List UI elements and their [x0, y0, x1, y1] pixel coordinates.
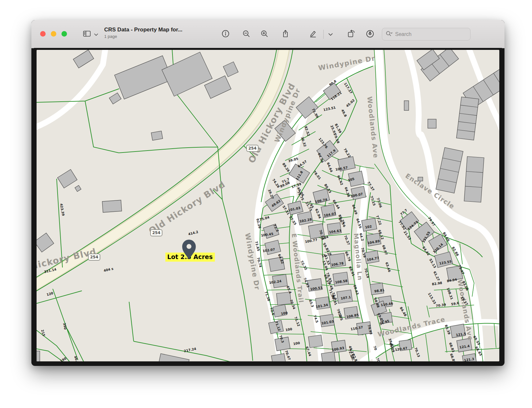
parcel-dimension: 77.22 — [375, 215, 382, 226]
building — [308, 335, 323, 347]
sidebar-button[interactable] — [81, 28, 94, 41]
sidebar-menu-button[interactable] — [93, 28, 99, 41]
zoom-out-button[interactable] — [240, 28, 253, 41]
building — [102, 200, 122, 212]
parcel-dimension: 100 — [293, 341, 300, 346]
parcel-dimension: 45.02 — [345, 98, 355, 108]
parcel-dimension: 390 — [62, 323, 67, 330]
building — [271, 354, 286, 361]
search-field[interactable]: Search — [382, 28, 471, 40]
parcel-dimension: 68.88 — [449, 353, 456, 361]
highlight-button[interactable] — [363, 28, 376, 41]
building — [436, 147, 463, 193]
property-map: Old Hickory BlvdOld Hickory BlvdOld Hick… — [37, 50, 499, 361]
page-count: 1 page — [104, 34, 183, 39]
markup-options-button[interactable] — [326, 28, 335, 41]
parcel-dimension: 62.94 — [315, 208, 322, 219]
parcel-dimension: 82.52 — [304, 126, 310, 137]
parcel-dimension: 100 — [285, 327, 293, 332]
building — [464, 156, 484, 202]
zoom-in-icon — [260, 29, 269, 39]
parcel-dimension: 100.77 — [305, 238, 317, 244]
parcel-dimension: 79.58 — [333, 133, 340, 144]
street-label: Windypine Dr — [318, 54, 376, 72]
building — [115, 56, 172, 99]
parcel-dimension: 71.12 — [294, 316, 301, 327]
parcel-dimension: 69.91 — [348, 266, 355, 277]
parcel-dimension: 117.37 — [343, 82, 353, 95]
parcel-dimension: 74.28 — [272, 178, 280, 188]
parcel-dimension: 70.19 — [364, 267, 370, 278]
building — [37, 351, 40, 361]
route-shield-254: 254 — [150, 230, 162, 236]
parcel-dimension: 64.38 — [344, 187, 350, 198]
minimize-button[interactable] — [51, 31, 56, 37]
building — [456, 97, 479, 140]
building — [162, 52, 212, 96]
zoom-out-icon — [242, 29, 250, 39]
title-block: CRS Data - Property Map for... 1 page — [104, 27, 183, 39]
parcel-dimension: 64.64 — [326, 162, 333, 173]
title-bar: CRS Data - Property Map for... 1 page — [31, 20, 504, 48]
route-shield-254: 254 — [247, 145, 258, 152]
building — [75, 185, 81, 191]
building — [321, 352, 336, 361]
parcel-dimension: 70.13 — [414, 347, 421, 358]
building — [151, 131, 163, 140]
building — [223, 62, 238, 77]
parcel-dimension: 77.15 — [370, 195, 376, 206]
sidebar-icon — [83, 30, 91, 39]
parcel-dimension: 64.42 — [337, 175, 344, 186]
info-button[interactable] — [219, 28, 232, 41]
toolbar-divider — [323, 30, 324, 39]
document-view[interactable]: Old Hickory BlvdOld Hickory BlvdOld Hick… — [34, 48, 502, 363]
zoom-window-button[interactable] — [61, 31, 67, 37]
building — [265, 240, 281, 255]
building — [73, 50, 94, 68]
close-button[interactable] — [40, 31, 46, 37]
pen-nib-circle-icon — [366, 29, 374, 40]
share-button[interactable] — [279, 28, 292, 41]
parcel-dimension: 21.53 — [403, 230, 412, 241]
window-title: CRS Data - Property Map for... — [104, 27, 183, 33]
window-controls — [40, 31, 67, 37]
parcel-dimension: 71.99 — [311, 108, 319, 119]
parcel-dimension: 63.46 — [385, 262, 391, 273]
parcel-dimension: 217.24 — [183, 347, 196, 353]
svg-text:254: 254 — [152, 231, 160, 235]
info-icon — [221, 29, 230, 39]
parcel-dimension: 49.8 — [340, 109, 347, 118]
building — [159, 354, 189, 361]
parcel-dimension: 70.47 — [284, 350, 291, 361]
share-icon — [281, 29, 290, 39]
parcel-dimension: 113.33 — [427, 292, 437, 305]
parcel-dimension: 66.79 — [344, 251, 351, 262]
parcel-dimension: 120 — [46, 291, 54, 297]
markup-pencil-icon — [309, 29, 317, 39]
preview-window: CRS Data - Property Map for... 1 page — [31, 20, 504, 366]
building — [428, 119, 436, 128]
building — [404, 101, 409, 110]
parcel-dimension: 68.97 — [382, 244, 388, 255]
chevron-down-icon — [328, 31, 333, 37]
parcel-dimension: 423.39 — [60, 203, 65, 216]
map-svg: Old Hickory BlvdOld Hickory BlvdOld Hick… — [37, 50, 499, 361]
parcel-dimension: 39.27 — [267, 189, 274, 199]
parcel-dimension: 64.49 — [351, 204, 358, 215]
parcel-dimension: 61.27 — [433, 271, 440, 281]
parcel-dimension: 100 — [281, 311, 288, 315]
parcel-dimension: 123.51 — [323, 106, 336, 112]
rotate-button[interactable] — [345, 28, 358, 41]
chevron-down-icon — [94, 31, 98, 37]
search-icon — [385, 30, 393, 38]
parcel-dimension: 79.22 — [343, 148, 351, 158]
parcel-dimension: 36.32 — [300, 136, 307, 147]
parcel-dimension: 82.98 — [432, 281, 442, 286]
zoom-in-button[interactable] — [258, 28, 271, 41]
building — [37, 233, 54, 252]
parcel-dimension: 78.01 — [313, 170, 322, 180]
parcel-dimension: 46.0 — [73, 355, 80, 361]
markup-button[interactable] — [306, 28, 319, 41]
parcel-dimension: 59.82 — [322, 242, 330, 253]
search-placeholder: Search — [395, 31, 412, 37]
